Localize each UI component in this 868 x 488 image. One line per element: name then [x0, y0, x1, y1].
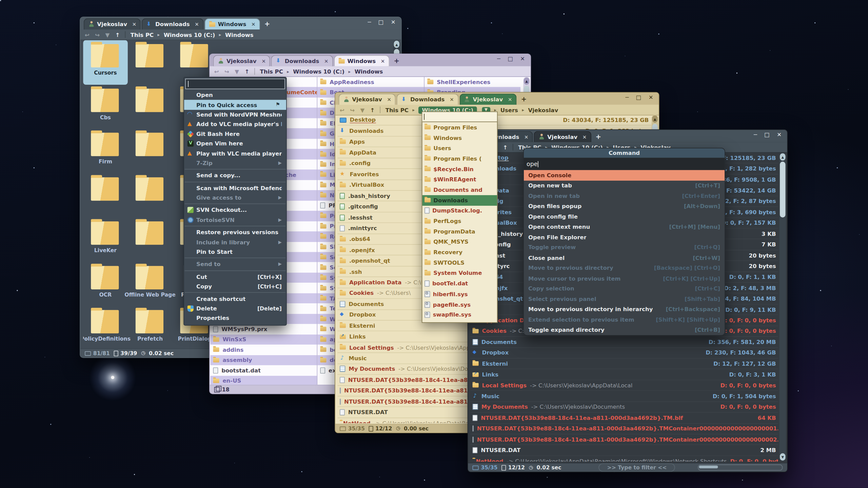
command-item-open-console[interactable]: Open Console: [524, 170, 725, 180]
tab-close-icon[interactable]: ✕: [508, 97, 512, 102]
command-item-move-to-previous-directory-in-hierarchy[interactable]: Move to previous directory in hierarchy[…: [524, 304, 725, 314]
tab-close-icon[interactable]: ✕: [583, 134, 587, 140]
file-row-documents[interactable]: DocumentsD: 356, F: 581, 20 MB: [470, 337, 778, 348]
file-row[interactable]: addins: [210, 345, 317, 355]
popup-item-program-files-[interactable]: Program Files (: [422, 154, 497, 164]
menu-item-pin-to-start[interactable]: Pin to Start: [184, 247, 286, 257]
scroll-thumb[interactable]: [699, 466, 718, 468]
file-row[interactable]: AppReadiness: [317, 77, 425, 87]
command-item-open-in-new-tab[interactable]: Open in new tab[Ctrl+Enter]: [524, 191, 725, 201]
popup-item-boottel-dat[interactable]: bootTel.dat: [422, 278, 497, 289]
breadcrumb-segment-windows[interactable]: Windows: [355, 68, 383, 75]
command-item-open-file-explorer[interactable]: Open File Explorer: [524, 232, 725, 242]
history-menu-icon[interactable]: ▼: [360, 107, 364, 113]
menu-item-copy[interactable]: Copy[Ctrl+C]: [184, 282, 286, 291]
tab-close-icon[interactable]: ✕: [195, 21, 199, 27]
file-tile[interactable]: [128, 173, 173, 218]
context-menu-filter-input[interactable]: [185, 79, 285, 89]
tab-vjekoslav[interactable]: Vjekoslav✕: [339, 94, 396, 105]
window-minimize-button[interactable]: ─: [626, 94, 629, 100]
file-tile[interactable]: [83, 173, 128, 218]
popup-item-dumpstack-log-[interactable]: DumpStack.log.: [422, 205, 497, 216]
tab-close-icon[interactable]: ✕: [251, 21, 255, 27]
menu-item-include-in-library[interactable]: Include in library▶: [184, 237, 286, 247]
breadcrumb-segment-users[interactable]: Users: [500, 107, 518, 113]
up-icon[interactable]: ↑: [115, 32, 120, 38]
new-tab-button[interactable]: +: [264, 20, 270, 28]
scroll-up-button[interactable]: ▲: [394, 41, 399, 48]
command-item-open-new-tab[interactable]: Open new tab[Ctrl+T]: [524, 180, 725, 190]
menu-item-open-vim-here[interactable]: Open Vim here: [184, 139, 286, 149]
forward-icon[interactable]: ↪: [350, 107, 355, 113]
file-tile[interactable]: [128, 84, 173, 129]
window-maximize-button[interactable]: □: [378, 19, 384, 25]
popup-item-swapfile-sys[interactable]: swapfile.sys: [422, 310, 497, 320]
file-row[interactable]: ShellExperiences: [425, 77, 520, 87]
command-item-select-previous-panel[interactable]: Select previous panel[Shift+Tab]: [524, 294, 725, 304]
forward-icon[interactable]: ↪: [95, 32, 100, 38]
file-tile-offline-web-page[interactable]: Offline Web Page: [128, 262, 173, 306]
window-close-button[interactable]: ✕: [391, 19, 396, 25]
popup-item-swtools[interactable]: SWTOOLS: [422, 258, 497, 268]
up-icon[interactable]: ↑: [503, 144, 508, 150]
breadcrumb-segment-vjekoslav[interactable]: Vjekoslav: [528, 107, 558, 113]
menu-item-send-to[interactable]: Send to▶: [184, 259, 286, 269]
command-item-open-context-menu[interactable]: Open context menu[Ctrl+M] [Menu]: [524, 222, 725, 232]
menu-item-svn-checkout-[interactable]: SVN Checkout...: [184, 205, 286, 215]
file-row-dropbox[interactable]: DropboxD: 230, F: 1043, 46 GB: [470, 348, 778, 359]
horizontal-scrollbar[interactable]: [698, 464, 783, 470]
file-row-eksterni[interactable]: EksterniD: 12, F: 127, 12 GB: [470, 359, 778, 369]
popup-item-documents-and[interactable]: Documents and: [422, 185, 497, 195]
menu-item-scan-with-microsoft-defender-[interactable]: Scan with Microsoft Defender...: [184, 183, 286, 193]
menu-item-delete[interactable]: Delete[Delete]: [184, 304, 286, 313]
breadcrumb-segment-windows-10-c-[interactable]: Windows 10 (C:): [293, 68, 344, 75]
popup-item-downloads[interactable]: Downloads: [422, 195, 497, 206]
tab-downloads[interactable]: Downloads✕: [142, 18, 203, 29]
file-row-nethood[interactable]: NetHood-> C:\Users\Vjekoslav\AppData\Roa…: [470, 456, 778, 462]
scroll-up-button[interactable]: ▲: [652, 116, 657, 123]
file-tile-liveker[interactable]: LiveKer: [83, 218, 128, 262]
menu-item-send-with-nordvpn-meshnet[interactable]: Send with NordVPN Meshnet: [184, 110, 286, 120]
back-icon[interactable]: ↩: [85, 32, 90, 38]
tab-vjekoslav[interactable]: Vjekoslav✕: [84, 18, 141, 29]
tab-close-icon[interactable]: ✕: [132, 21, 136, 27]
file-row-local-settings[interactable]: Local Settings-> C:\Users\Vjekoslav\AppD…: [470, 380, 778, 391]
file-row-ntuser-dat-53b39e88-18c4-11ea-a811-000d3[interactable]: NTUSER.DAT{53b39e88-18c4-11ea-a811-000d3…: [470, 434, 778, 445]
file-row-music[interactable]: MusicD: 0, F: 1, 504 bytes: [470, 391, 778, 402]
window-maximize-button[interactable]: □: [764, 131, 770, 138]
file-row[interactable]: bootstat.dat: [210, 365, 317, 375]
breadcrumb-segment-windows[interactable]: Windows: [225, 32, 254, 38]
file-row-ntuser-dat-53b39e88-18c4-11ea-a811-000d3[interactable]: NTUSER.DAT{53b39e88-18c4-11ea-a811-000d3…: [470, 413, 778, 424]
menu-item-create-shortcut[interactable]: Create shortcut: [184, 294, 286, 304]
new-tab-button[interactable]: +: [596, 133, 601, 141]
command-item-open-config-file[interactable]: Open config file: [524, 211, 725, 222]
window-minimize-button[interactable]: ─: [754, 131, 757, 138]
menu-item-git-bash-here[interactable]: Git Bash Here: [184, 129, 286, 139]
popup-item-recovery[interactable]: Recovery: [422, 247, 497, 258]
type-to-filter-hint[interactable]: >> Type to filter <<: [599, 463, 675, 472]
popup-item-perflogs[interactable]: PerfLogs: [422, 216, 497, 226]
menu-item-give-access-to[interactable]: Give access to▶: [184, 193, 286, 203]
popup-item-hiberfil-sys[interactable]: hiberfil.sys: [422, 289, 497, 299]
file-tile-ocr[interactable]: OCR: [83, 262, 128, 306]
popup-item--recycle-bin[interactable]: $Recycle.Bin: [422, 164, 497, 174]
popup-filter-input[interactable]: [422, 112, 497, 122]
scroll-thumb[interactable]: [780, 162, 785, 218]
menu-item-open[interactable]: Open: [184, 90, 286, 100]
popup-item-windows[interactable]: Windows: [422, 133, 497, 143]
window-close-button[interactable]: ✕: [520, 56, 525, 62]
tab-close-icon[interactable]: ✕: [381, 58, 385, 64]
file-row-ntuser-dat[interactable]: NTUSER.DAT2 MB: [470, 445, 778, 456]
scroll-up-button[interactable]: ▲: [524, 78, 529, 85]
tab-vjekoslav[interactable]: Vjekoslav✕: [213, 55, 270, 66]
tab-vjekoslav[interactable]: Vjekoslav✕: [459, 94, 516, 105]
scroll-up-button[interactable]: ▲: [780, 153, 785, 160]
tab-close-icon[interactable]: ✕: [387, 97, 391, 102]
file-tile-prefetch[interactable]: Prefetch: [128, 306, 173, 348]
up-icon[interactable]: ↑: [244, 68, 249, 75]
menu-item-restore-previous-versions[interactable]: Restore previous versions: [184, 227, 286, 237]
command-item-open-files-popup[interactable]: Open files popup[Alt+Down]: [524, 201, 725, 211]
breadcrumb-segment-this-pc[interactable]: This PC: [131, 32, 154, 38]
menu-item-7-zip[interactable]: 7-Zip▶: [184, 158, 286, 168]
file-row[interactable]: assembly: [210, 355, 317, 365]
